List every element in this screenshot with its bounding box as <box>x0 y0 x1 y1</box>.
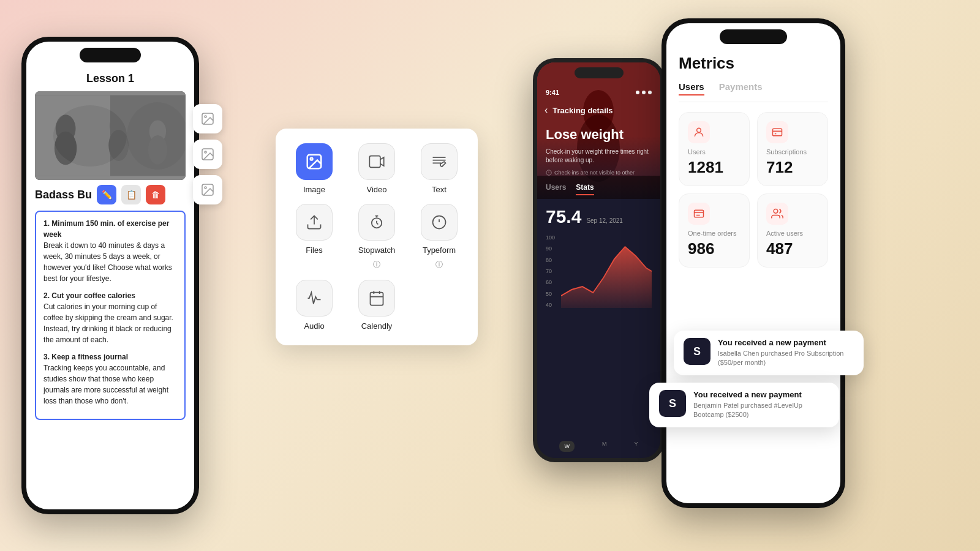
orders-icon <box>688 203 710 225</box>
phone-3: Metrics Users Payments Users 1281 <box>662 18 845 508</box>
hero-text: Lose weight Check-in your weight three t… <box>537 119 660 176</box>
chart-label: 80 <box>546 257 555 263</box>
menu-item-files[interactable]: Files <box>288 204 341 270</box>
chart-label: 40 <box>546 302 555 308</box>
svg-point-13 <box>205 187 206 189</box>
lesson-list: 1. Minimum 150 min. of exercise per week… <box>35 211 186 420</box>
content-menu-grid: Image Video Text <box>288 143 466 331</box>
edit-button[interactable]: ✏️ <box>97 185 116 204</box>
menu-item-image[interactable]: Image <box>288 143 341 194</box>
stopwatch-icon-box <box>358 204 395 241</box>
menu-item-video[interactable]: Video <box>350 143 403 194</box>
phone2-tabs: Users Stats <box>537 176 660 199</box>
delete-button[interactable]: 🗑 <box>146 185 165 204</box>
content-menu: Image Video Text <box>276 129 478 345</box>
phone2-time: 9:41 <box>546 89 559 96</box>
svg-point-3 <box>55 132 77 165</box>
stats-date: Sep 12, 2021 <box>586 217 623 224</box>
payment-title-1: You received a new payment <box>718 338 854 347</box>
svg-point-7 <box>148 135 167 164</box>
payment-icon-2: S <box>659 390 686 417</box>
user-icon <box>688 121 710 143</box>
lesson-title: Lesson 1 <box>35 72 186 85</box>
menu-item-label-audio: Audio <box>304 321 324 331</box>
calendly-icon-box <box>358 280 395 317</box>
list-item: 1. Minimum 150 min. of exercise per week… <box>43 218 177 284</box>
menu-item-label-text: Text <box>432 185 447 194</box>
title-row: Badass Bu ✏️ 📋 🗑 <box>35 185 186 204</box>
hero-title: Lose weight <box>546 127 652 143</box>
metric-label-subscriptions: Subscriptions <box>766 148 819 156</box>
menu-item-stopwatch[interactable]: Stopwatch ⓘ <box>350 204 403 270</box>
menu-item-text[interactable]: Text <box>413 143 466 194</box>
metric-card-subscriptions: Subscriptions 712 <box>757 112 828 186</box>
chart-label: 100 <box>546 234 555 241</box>
item-title: Badass Bu <box>35 189 92 201</box>
phone2-nav: ‹ Tracking details <box>537 101 660 119</box>
metric-label-active: Active users <box>766 230 819 237</box>
metric-card-active: Active users 487 <box>757 193 828 268</box>
payment-desc-1: Isabella Chen purchased Pro Subscription… <box>718 349 854 368</box>
video-icon-box <box>358 143 395 180</box>
metric-label-orders: One-time orders <box>688 230 741 237</box>
menu-item-audio[interactable]: Audio <box>288 280 341 331</box>
menu-item-label-typeform: Typeform <box>423 246 456 255</box>
phone-1: Lesson 1 Badass Bu ✏️ 📋 🗑 <box>21 37 199 514</box>
metric-value-orders: 986 <box>688 239 741 258</box>
checkin-note: Check-ins are not visible to other <box>546 170 652 176</box>
float-image-icon-2[interactable] <box>193 140 222 169</box>
payment-notification-1: S You received a new payment Isabella Ch… <box>674 331 864 375</box>
metrics-tabs: Users Payments <box>679 81 828 102</box>
menu-item-label-files: Files <box>306 246 322 255</box>
list-item-body: Tracking keeps you accountable, and stud… <box>43 362 177 407</box>
payment-notif-content-2: You received a new payment Benjamin Pate… <box>693 390 829 420</box>
metric-card-users: Users 1281 <box>679 112 750 186</box>
tab-users[interactable]: Users <box>679 81 704 96</box>
bottom-tab-w[interactable]: W <box>559 441 575 452</box>
svg-point-43 <box>774 209 778 214</box>
bottom-bar: W M Y <box>537 441 660 452</box>
svg-point-9 <box>205 116 206 118</box>
metrics-grid: Users 1281 Subscriptions 712 <box>679 112 828 268</box>
phone2-header: 9:41 <box>537 84 660 101</box>
bottom-tab-m[interactable]: M <box>602 441 607 452</box>
menu-item-label-stopwatch: Stopwatch <box>358 246 396 255</box>
audio-icon-box <box>296 280 333 317</box>
typeform-icon-box <box>421 204 458 241</box>
chart-label: 70 <box>546 268 555 274</box>
phone2-notch <box>575 67 624 78</box>
list-item-body: Break it down to 40 minutes & days a wee… <box>43 240 177 284</box>
payment-notification-2: S You received a new payment Benjamin Pa… <box>649 383 839 427</box>
image-icon-box <box>296 143 333 180</box>
checkin-text: Check-ins are not visible to other <box>554 170 635 176</box>
stats-chart: 100 90 80 70 60 50 40 <box>546 234 652 320</box>
hero-desc: Check-in your weight three times right b… <box>546 148 652 165</box>
list-item-heading: 3. Keep a fitness journal <box>43 353 128 361</box>
typeform-info-icon: ⓘ <box>435 260 443 270</box>
svg-point-5 <box>108 130 129 161</box>
subscription-icon <box>766 121 788 143</box>
menu-item-calendly[interactable]: Calendly <box>350 280 403 331</box>
metric-card-orders: One-time orders 986 <box>679 193 750 268</box>
tab-users[interactable]: Users <box>546 183 566 195</box>
payment-desc-2: Benjamin Patel purchased #LevelUp Bootca… <box>693 401 829 420</box>
float-image-icon-3[interactable] <box>193 175 222 204</box>
stats-area: 75.4 Sep 12, 2021 100 90 80 70 60 50 40 <box>537 199 660 328</box>
bottom-tab-y[interactable]: Y <box>634 441 638 452</box>
copy-button[interactable]: 📋 <box>121 185 141 204</box>
nav-title: Tracking details <box>552 106 612 115</box>
tab-stats[interactable]: Stats <box>576 183 594 195</box>
svg-point-11 <box>205 151 206 153</box>
svg-rect-40 <box>695 210 704 217</box>
svg-rect-37 <box>773 129 782 136</box>
tab-payments[interactable]: Payments <box>719 81 763 96</box>
float-image-icon-1[interactable] <box>193 104 222 133</box>
files-icon-box <box>296 204 333 241</box>
payment-icon-1: S <box>684 338 710 365</box>
metric-value-subscriptions: 712 <box>766 158 819 177</box>
list-item-body: Cut calories in your morning cup of coff… <box>43 301 177 345</box>
back-button[interactable]: ‹ <box>545 105 548 116</box>
menu-item-typeform[interactable]: Typeform ⓘ <box>413 204 466 270</box>
chart-label: 50 <box>546 291 555 297</box>
list-item-heading: 1. Minimum 150 min. of exercise per week <box>43 219 169 239</box>
